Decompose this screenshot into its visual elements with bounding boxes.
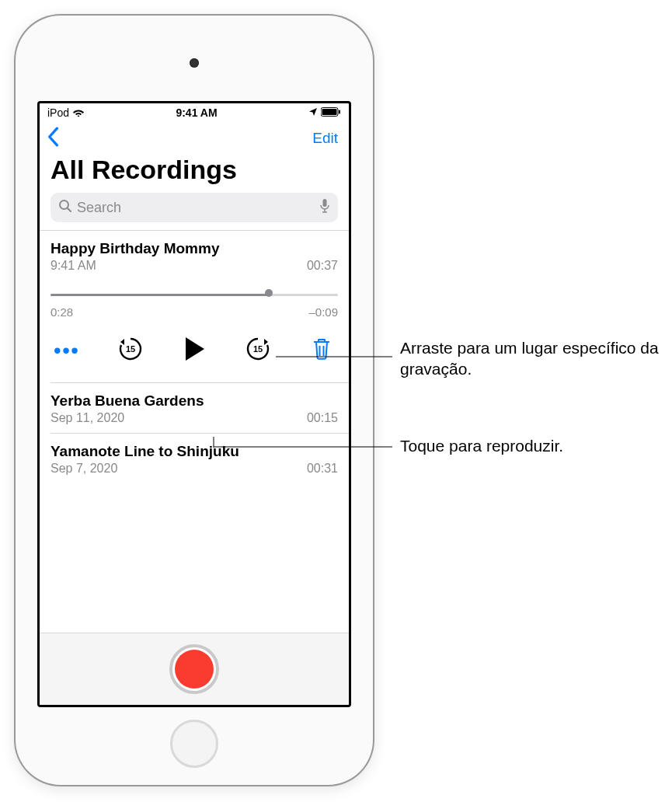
recording-item-expanded[interactable]: Happy Birthday Mommy 9:41 AM 00:37 0:28 … <box>40 231 349 382</box>
remaining-time: –0:09 <box>308 305 338 319</box>
search-placeholder: Search <box>77 200 315 216</box>
search-input[interactable]: Search <box>50 193 338 222</box>
recording-duration: 00:31 <box>307 462 338 476</box>
device-frame: iPod 9:41 AM Edit All Reco <box>16 16 373 785</box>
nav-bar: Edit <box>40 120 349 153</box>
svg-rect-1 <box>322 109 336 115</box>
skip-back-15-button[interactable]: 15 <box>114 336 147 365</box>
status-bar: iPod 9:41 AM <box>40 103 349 120</box>
edit-button[interactable]: Edit <box>312 130 338 147</box>
search-icon <box>58 199 72 216</box>
play-button[interactable] <box>178 336 211 365</box>
recording-item[interactable]: Yamanote Line to Shinjuku Sep 7, 2020 00… <box>40 434 349 483</box>
record-button[interactable] <box>169 644 219 694</box>
callout-scrubber: Arraste para um lugar específico da grav… <box>400 337 672 380</box>
record-bar <box>40 633 349 705</box>
battery-icon <box>321 106 341 119</box>
recording-subtitle: 9:41 AM <box>50 259 96 273</box>
more-button[interactable]: ••• <box>50 339 83 363</box>
recording-item[interactable]: Yerba Buena Gardens Sep 11, 2020 00:15 <box>40 383 349 433</box>
home-button[interactable] <box>170 720 218 768</box>
elapsed-time: 0:28 <box>50 305 73 319</box>
recording-title: Yamanote Line to Shinjuku <box>50 443 338 460</box>
recording-duration: 00:37 <box>307 259 338 273</box>
recording-title: Yerba Buena Gardens <box>50 392 338 410</box>
svg-line-4 <box>68 208 71 211</box>
svg-text:15: 15 <box>126 344 135 354</box>
svg-rect-5 <box>323 199 327 207</box>
scrubber-fill <box>50 294 269 296</box>
page-title: All Recordings <box>40 153 349 193</box>
playback-controls: ••• 15 15 <box>50 331 338 375</box>
recordings-list: Happy Birthday Mommy 9:41 AM 00:37 0:28 … <box>40 230 349 633</box>
record-icon <box>175 650 214 689</box>
delete-button[interactable] <box>305 337 338 364</box>
back-button[interactable] <box>46 127 60 150</box>
svg-text:15: 15 <box>253 344 263 354</box>
skip-forward-15-button[interactable]: 15 <box>242 336 274 365</box>
callout-play: Toque para reproduzir. <box>400 435 563 456</box>
location-icon <box>308 106 318 119</box>
playback-scrubber[interactable] <box>50 287 338 302</box>
recording-title: Happy Birthday Mommy <box>50 240 338 257</box>
scrubber-thumb[interactable] <box>265 289 273 297</box>
recording-duration: 00:15 <box>307 411 338 425</box>
dictation-icon[interactable] <box>319 198 330 217</box>
status-time: 9:41 AM <box>176 106 217 119</box>
screen: iPod 9:41 AM Edit All Reco <box>37 101 351 707</box>
recording-subtitle: Sep 11, 2020 <box>50 411 124 425</box>
carrier-label: iPod <box>47 106 69 119</box>
wifi-icon <box>72 106 85 119</box>
svg-rect-2 <box>339 110 340 114</box>
camera-dot <box>190 58 199 68</box>
recording-subtitle: Sep 7, 2020 <box>50 462 117 476</box>
